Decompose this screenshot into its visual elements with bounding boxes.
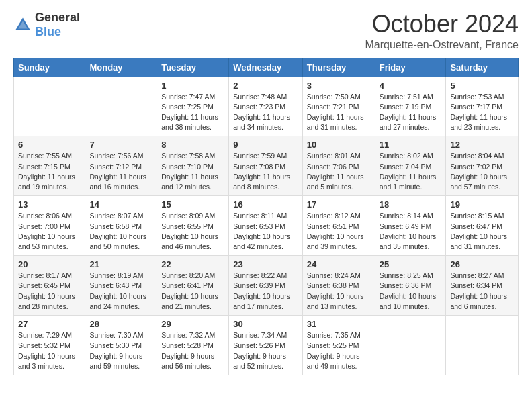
day-number: 11 [380,140,442,150]
day-number: 18 [380,199,442,210]
week-row-1: 1Sunrise: 7:47 AMSunset: 7:25 PMDaylight… [14,77,519,136]
day-number: 5 [450,81,514,91]
day-number: 31 [307,319,371,329]
col-friday: Friday [375,58,446,77]
cell-content: Sunrise: 8:04 AMSunset: 7:02 PMDaylight:… [450,152,507,191]
day-number: 2 [233,81,298,91]
location-title: Marquette-en-Ostrevant, France [365,39,519,51]
cell-content: Sunrise: 8:22 AMSunset: 6:39 PMDaylight:… [233,271,290,310]
cell-content: Sunrise: 8:09 AMSunset: 6:55 PMDaylight:… [161,212,218,250]
day-number: 27 [18,319,81,329]
calendar-cell: 4Sunrise: 7:51 AMSunset: 7:19 PMDaylight… [375,77,446,136]
calendar-header-row: Sunday Monday Tuesday Wednesday Thursday… [14,58,519,77]
cell-content: Sunrise: 7:58 AMSunset: 7:10 PMDaylight:… [161,152,218,191]
cell-content: Sunrise: 8:12 AMSunset: 6:51 PMDaylight:… [307,212,364,250]
calendar-cell [446,316,519,375]
day-number: 3 [307,81,371,91]
day-number: 10 [307,140,371,150]
day-number: 21 [89,259,152,269]
cell-content: Sunrise: 8:19 AMSunset: 6:43 PMDaylight:… [89,271,146,310]
day-number: 22 [161,259,224,269]
week-row-2: 6Sunrise: 7:55 AMSunset: 7:15 PMDaylight… [14,136,519,196]
cell-content: Sunrise: 7:59 AMSunset: 7:08 PMDaylight:… [233,152,290,191]
logo-general: General [35,11,80,24]
day-number: 23 [233,259,298,269]
cell-content: Sunrise: 8:24 AMSunset: 6:38 PMDaylight:… [307,271,364,310]
page: General Blue October 2024 Marquette-en-O… [0,0,532,389]
calendar-cell: 14Sunrise: 8:07 AMSunset: 6:58 PMDayligh… [85,196,157,256]
col-saturday: Saturday [446,58,519,77]
day-number: 19 [450,199,514,210]
calendar-cell: 20Sunrise: 8:17 AMSunset: 6:45 PMDayligh… [14,256,85,316]
day-number: 29 [161,319,224,329]
cell-content: Sunrise: 7:50 AMSunset: 7:21 PMDaylight:… [307,93,364,132]
day-number: 17 [307,199,371,210]
calendar-cell: 16Sunrise: 8:11 AMSunset: 6:53 PMDayligh… [229,196,303,256]
calendar-cell: 21Sunrise: 8:19 AMSunset: 6:43 PMDayligh… [85,256,157,316]
calendar-cell: 18Sunrise: 8:14 AMSunset: 6:49 PMDayligh… [375,196,446,256]
day-number: 15 [161,199,224,210]
calendar-cell: 11Sunrise: 8:02 AMSunset: 7:04 PMDayligh… [375,136,446,196]
cell-content: Sunrise: 8:11 AMSunset: 6:53 PMDaylight:… [233,212,290,250]
cell-content: Sunrise: 8:17 AMSunset: 6:45 PMDaylight:… [18,271,75,310]
cell-content: Sunrise: 7:53 AMSunset: 7:17 PMDaylight:… [450,93,507,132]
col-tuesday: Tuesday [157,58,229,77]
cell-content: Sunrise: 8:15 AMSunset: 6:47 PMDaylight:… [450,212,507,250]
calendar-cell: 28Sunrise: 7:30 AMSunset: 5:30 PMDayligh… [85,316,157,375]
cell-content: Sunrise: 8:25 AMSunset: 6:36 PMDaylight:… [380,271,437,310]
week-row-5: 27Sunrise: 7:29 AMSunset: 5:32 PMDayligh… [14,316,519,375]
logo: General Blue [13,11,80,39]
day-number: 26 [450,259,514,269]
day-number: 1 [161,81,224,91]
cell-content: Sunrise: 8:20 AMSunset: 6:41 PMDaylight:… [161,271,218,310]
logo-blue: Blue [35,25,61,38]
day-number: 12 [450,140,514,150]
day-number: 20 [18,259,81,269]
calendar-cell: 12Sunrise: 8:04 AMSunset: 7:02 PMDayligh… [446,136,519,196]
day-number: 8 [161,140,224,150]
calendar-cell: 31Sunrise: 7:35 AMSunset: 5:25 PMDayligh… [302,316,375,375]
calendar-cell: 22Sunrise: 8:20 AMSunset: 6:41 PMDayligh… [157,256,229,316]
cell-content: Sunrise: 7:47 AMSunset: 7:25 PMDaylight:… [161,93,218,132]
day-number: 13 [18,199,81,210]
calendar-cell: 15Sunrise: 8:09 AMSunset: 6:55 PMDayligh… [157,196,229,256]
calendar-cell: 9Sunrise: 7:59 AMSunset: 7:08 PMDaylight… [229,136,303,196]
calendar-cell: 30Sunrise: 7:34 AMSunset: 5:26 PMDayligh… [229,316,303,375]
cell-content: Sunrise: 8:02 AMSunset: 7:04 PMDaylight:… [380,152,437,191]
calendar-cell: 29Sunrise: 7:32 AMSunset: 5:28 PMDayligh… [157,316,229,375]
header: General Blue October 2024 Marquette-en-O… [13,11,519,51]
calendar-cell: 24Sunrise: 8:24 AMSunset: 6:38 PMDayligh… [302,256,375,316]
calendar-cell: 10Sunrise: 8:01 AMSunset: 7:06 PMDayligh… [302,136,375,196]
week-row-4: 20Sunrise: 8:17 AMSunset: 6:45 PMDayligh… [14,256,519,316]
title-block: October 2024 Marquette-en-Ostrevant, Fra… [365,11,519,51]
cell-content: Sunrise: 7:29 AMSunset: 5:32 PMDaylight:… [18,331,75,370]
col-wednesday: Wednesday [229,58,303,77]
calendar-cell: 1Sunrise: 7:47 AMSunset: 7:25 PMDaylight… [157,77,229,136]
calendar-cell: 8Sunrise: 7:58 AMSunset: 7:10 PMDaylight… [157,136,229,196]
calendar-cell: 13Sunrise: 8:06 AMSunset: 7:00 PMDayligh… [14,196,85,256]
cell-content: Sunrise: 7:51 AMSunset: 7:19 PMDaylight:… [380,93,437,132]
logo-icon [13,15,32,34]
calendar-cell: 7Sunrise: 7:56 AMSunset: 7:12 PMDaylight… [85,136,157,196]
calendar-cell: 27Sunrise: 7:29 AMSunset: 5:32 PMDayligh… [14,316,85,375]
day-number: 9 [233,140,298,150]
day-number: 14 [89,199,152,210]
cell-content: Sunrise: 7:56 AMSunset: 7:12 PMDaylight:… [89,152,146,191]
week-row-3: 13Sunrise: 8:06 AMSunset: 7:00 PMDayligh… [14,196,519,256]
cell-content: Sunrise: 8:01 AMSunset: 7:06 PMDaylight:… [307,152,364,191]
cell-content: Sunrise: 7:32 AMSunset: 5:28 PMDaylight:… [161,331,215,370]
day-number: 24 [307,259,371,269]
day-number: 28 [89,319,152,329]
calendar-table: Sunday Monday Tuesday Wednesday Thursday… [13,58,519,375]
calendar-cell: 3Sunrise: 7:50 AMSunset: 7:21 PMDaylight… [302,77,375,136]
day-number: 16 [233,199,298,210]
cell-content: Sunrise: 7:35 AMSunset: 5:25 PMDaylight:… [307,331,361,370]
cell-content: Sunrise: 8:14 AMSunset: 6:49 PMDaylight:… [380,212,437,250]
calendar-cell: 2Sunrise: 7:48 AMSunset: 7:23 PMDaylight… [229,77,303,136]
cell-content: Sunrise: 7:55 AMSunset: 7:15 PMDaylight:… [18,152,75,191]
calendar-cell [375,316,446,375]
cell-content: Sunrise: 8:06 AMSunset: 7:00 PMDaylight:… [18,212,75,250]
cell-content: Sunrise: 8:27 AMSunset: 6:34 PMDaylight:… [450,271,507,310]
calendar-cell [85,77,157,136]
col-thursday: Thursday [302,58,375,77]
